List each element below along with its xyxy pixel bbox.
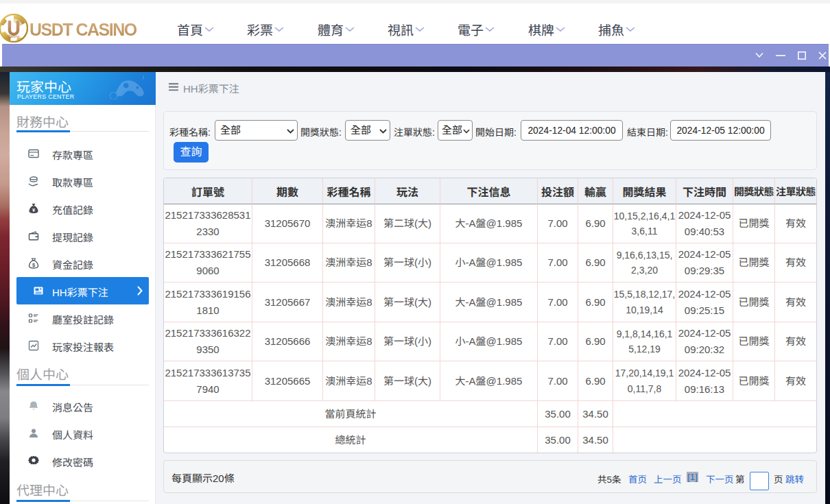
svg-text:Casino: Casino — [8, 34, 19, 38]
svg-text:$: $ — [32, 262, 36, 268]
